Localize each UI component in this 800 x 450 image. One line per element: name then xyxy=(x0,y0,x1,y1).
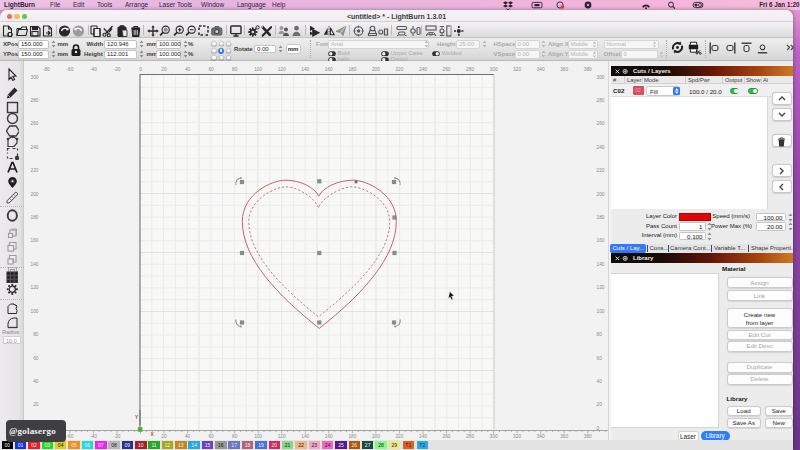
svg-text:20: 20 xyxy=(33,402,39,407)
svg-text:200: 200 xyxy=(30,192,38,197)
svg-text:100: 100 xyxy=(254,67,262,72)
svg-text:20: 20 xyxy=(161,67,167,72)
svg-text:40: 40 xyxy=(597,379,603,384)
svg-text:-60: -60 xyxy=(66,67,73,72)
svg-text:340: 340 xyxy=(537,67,545,72)
svg-text:0: 0 xyxy=(139,67,142,72)
svg-text:300: 300 xyxy=(490,434,498,439)
svg-text:280: 280 xyxy=(466,434,474,439)
svg-text:320: 320 xyxy=(513,67,521,72)
svg-text:80: 80 xyxy=(232,434,238,439)
svg-text:200: 200 xyxy=(372,67,380,72)
svg-text:220: 220 xyxy=(395,434,403,439)
svg-text:60: 60 xyxy=(208,434,214,439)
svg-text:40: 40 xyxy=(33,379,39,384)
svg-text:320: 320 xyxy=(513,434,521,439)
svg-text:300: 300 xyxy=(30,75,38,80)
svg-text:-20: -20 xyxy=(114,67,121,72)
svg-text:Fri 6 Jan 1:20: Fri 6 Jan 1:20 xyxy=(759,1,800,8)
svg-text:-40: -40 xyxy=(90,434,97,439)
svg-text:100: 100 xyxy=(254,434,262,439)
svg-text:260: 260 xyxy=(597,121,605,126)
svg-text:120: 120 xyxy=(278,67,286,72)
svg-text:160: 160 xyxy=(597,238,605,243)
svg-text:160: 160 xyxy=(325,67,333,72)
svg-text:220: 220 xyxy=(30,168,38,173)
svg-text:140: 140 xyxy=(597,262,605,267)
svg-text:220: 220 xyxy=(597,168,605,173)
svg-text:380: 380 xyxy=(584,434,592,439)
svg-text:60: 60 xyxy=(208,67,214,72)
svg-text:380: 380 xyxy=(584,67,592,72)
svg-text:0: 0 xyxy=(597,426,600,431)
svg-text:80: 80 xyxy=(597,332,603,337)
svg-text:260: 260 xyxy=(30,121,38,126)
svg-text:200: 200 xyxy=(597,192,605,197)
svg-text:40: 40 xyxy=(185,67,191,72)
svg-text:280: 280 xyxy=(466,67,474,72)
svg-text:160: 160 xyxy=(325,434,333,439)
svg-text:220: 220 xyxy=(395,67,403,72)
svg-text:280: 280 xyxy=(597,98,605,103)
svg-text:-60: -60 xyxy=(66,434,73,439)
svg-text:240: 240 xyxy=(597,145,605,150)
svg-text:300: 300 xyxy=(490,67,498,72)
svg-text:-40: -40 xyxy=(90,67,97,72)
svg-text:160: 160 xyxy=(30,238,38,243)
svg-text:300: 300 xyxy=(597,75,605,80)
svg-text:360: 360 xyxy=(560,67,568,72)
svg-text:60: 60 xyxy=(597,356,603,361)
svg-text:140: 140 xyxy=(30,262,38,267)
svg-text:20: 20 xyxy=(597,402,603,407)
svg-text:100: 100 xyxy=(30,309,38,314)
svg-text:140: 140 xyxy=(301,434,309,439)
svg-text:140: 140 xyxy=(301,67,309,72)
svg-text:120: 120 xyxy=(278,434,286,439)
svg-text:240: 240 xyxy=(30,145,38,150)
svg-text:60: 60 xyxy=(33,356,39,361)
svg-text:20: 20 xyxy=(161,434,167,439)
svg-text:240: 240 xyxy=(419,434,427,439)
svg-text:180: 180 xyxy=(348,67,356,72)
svg-text:240: 240 xyxy=(419,67,427,72)
svg-text:120: 120 xyxy=(30,285,38,290)
svg-text:-20: -20 xyxy=(114,434,121,439)
svg-text:-80: -80 xyxy=(43,67,50,72)
svg-text:80: 80 xyxy=(33,332,39,337)
svg-text:260: 260 xyxy=(442,434,450,439)
svg-text:260: 260 xyxy=(442,67,450,72)
svg-text:180: 180 xyxy=(348,434,356,439)
svg-text:360: 360 xyxy=(560,434,568,439)
svg-text:280: 280 xyxy=(30,98,38,103)
svg-text:200: 200 xyxy=(372,434,380,439)
svg-text:120: 120 xyxy=(597,285,605,290)
svg-text:80: 80 xyxy=(232,67,238,72)
svg-text:180: 180 xyxy=(30,215,38,220)
svg-text:100: 100 xyxy=(597,309,605,314)
svg-text:340: 340 xyxy=(537,434,545,439)
svg-text:40: 40 xyxy=(185,434,191,439)
